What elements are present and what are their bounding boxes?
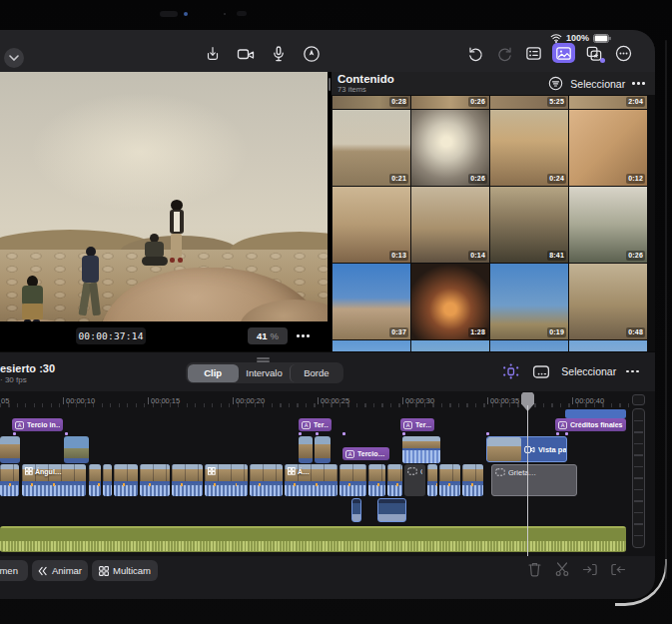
clip-thumbnail-strip	[427, 464, 437, 481]
media-thumbnail[interactable]: 0:12	[569, 110, 647, 186]
title-clip[interactable]: ACréditos finales	[555, 418, 626, 431]
clip-connections-button[interactable]	[500, 362, 521, 380]
title-clip[interactable]: ATercio in…	[12, 418, 63, 431]
storyline-placeholder-clip[interactable]: G…	[404, 464, 425, 496]
timeline-select-button[interactable]: Seleccionar	[561, 365, 616, 377]
browser-more-button[interactable]	[632, 82, 645, 85]
media-thumbnail[interactable]: 0:26	[411, 96, 489, 109]
person-standing	[166, 200, 188, 270]
storyline-clip[interactable]	[103, 464, 112, 496]
storyline-clip-selected[interactable]: Grieta…	[491, 464, 577, 496]
connected-clip[interactable]	[0, 436, 20, 463]
title-clip[interactable]: ATercio…	[342, 447, 389, 460]
timeline-overview-button[interactable]	[531, 363, 551, 380]
browser-select-button[interactable]: Seleccionar	[570, 78, 625, 90]
delete-button[interactable]	[527, 561, 542, 577]
clip-thumbnail-strip	[439, 464, 460, 481]
media-thumbnail[interactable]: 0:21	[333, 110, 410, 186]
multicam-button[interactable]: Multicam	[92, 560, 158, 581]
project-title: esierto :30	[0, 362, 55, 375]
tab-clip[interactable]: Clip	[188, 364, 239, 382]
media-thumbnail[interactable]: 1:28	[411, 264, 489, 339]
track-height-button[interactable]	[632, 394, 645, 405]
storyline-clip[interactable]	[172, 464, 203, 496]
media-thumbnail[interactable]: 0:13	[333, 187, 410, 263]
record-video-button[interactable]	[236, 44, 256, 64]
storyline-clip[interactable]: Á…	[285, 464, 337, 496]
storyline-clip[interactable]	[205, 464, 248, 496]
viewer-more-button[interactable]	[297, 327, 310, 344]
timeline-scrollbar[interactable]	[632, 408, 645, 548]
import-button[interactable]	[203, 44, 223, 64]
blade-button[interactable]	[554, 561, 570, 577]
playhead[interactable]	[521, 391, 534, 556]
media-thumbnail[interactable]: 0:48	[569, 264, 647, 339]
keyframe-dots	[109, 483, 112, 486]
storyline-clip[interactable]	[339, 464, 366, 496]
media-grid-row: 0:280:265:252:04	[333, 96, 650, 109]
media-thumbnail[interactable]: 0:14	[411, 187, 489, 263]
redo-button[interactable]	[494, 43, 514, 63]
inspector-button[interactable]	[523, 43, 543, 63]
media-thumbnail[interactable]: 0:37	[333, 264, 410, 339]
storyline-clip[interactable]	[387, 464, 402, 496]
title-clip[interactable]: ATer…	[400, 418, 434, 431]
storyline-clip[interactable]	[114, 464, 138, 496]
title-clip[interactable]: ATer…	[299, 418, 332, 431]
connection-marker	[486, 432, 489, 435]
connected-clip[interactable]	[299, 436, 313, 463]
storyline-clip[interactable]	[427, 464, 437, 496]
clip-waveform	[439, 483, 460, 496]
more-button[interactable]	[613, 43, 633, 63]
storyline-clip[interactable]: Ángul…	[22, 464, 86, 496]
storyline-clip[interactable]	[368, 464, 385, 496]
storyline-clip[interactable]	[89, 464, 101, 496]
filter-button[interactable]	[548, 76, 563, 91]
viewer-image[interactable]	[0, 72, 328, 321]
connected-clip[interactable]	[402, 436, 440, 463]
timeline[interactable]: 0500:00:1000:00:1500:00:2000:00:2500:00:…	[0, 391, 655, 556]
clip-waveform	[462, 483, 483, 496]
media-grid: 0:280:265:252:040:210:260:240:120:130:14…	[333, 96, 650, 353]
connected-clip-below[interactable]	[377, 498, 406, 522]
ruler-label: 05	[0, 397, 9, 405]
storyline-clip[interactable]	[462, 464, 483, 496]
storyline-clip[interactable]	[140, 464, 170, 496]
storyline-clip[interactable]	[0, 464, 19, 496]
timeline-ruler[interactable]: 0500:00:1000:00:1500:00:2000:00:2500:00:…	[0, 391, 629, 407]
media-thumbnail[interactable]: 0:26	[569, 187, 647, 263]
multicam-icon	[288, 467, 296, 475]
media-thumbnail[interactable]: 8:41	[490, 187, 568, 263]
undo-button[interactable]	[465, 43, 485, 63]
media-thumbnail[interactable]: 0:28	[333, 96, 410, 109]
volume-button[interactable]: lumen	[0, 560, 28, 581]
tab-intervalo[interactable]: Intervalo	[239, 364, 290, 382]
timeline-more-button[interactable]	[626, 370, 639, 373]
media-browser-button[interactable]	[552, 43, 575, 63]
media-thumbnail[interactable]: 0:19	[490, 264, 568, 339]
insert-left-button[interactable]	[582, 561, 598, 577]
connected-clip[interactable]	[315, 436, 331, 463]
storyline-clip[interactable]	[439, 464, 460, 496]
zoom-level-badge[interactable]: 41 %	[248, 327, 288, 344]
live-drawing-button[interactable]	[302, 44, 322, 64]
connected-clip-below[interactable]	[351, 498, 361, 522]
media-thumbnail[interactable]: 0:24	[490, 110, 568, 186]
clip-thumbnail-strip	[462, 464, 483, 481]
connected-clip-bar[interactable]	[565, 409, 626, 418]
overview-icon	[531, 363, 551, 380]
clip-waveform	[205, 483, 248, 496]
media-thumbnail[interactable]: 0:26	[411, 110, 489, 186]
media-thumbnail[interactable]: 5:25	[490, 96, 568, 109]
effects-button[interactable]	[584, 43, 604, 63]
storyline-clip[interactable]	[250, 464, 283, 496]
media-thumbnail[interactable]: 2:04	[569, 96, 647, 109]
tab-borde[interactable]: Borde	[290, 364, 341, 382]
animate-button[interactable]: Animar	[32, 560, 88, 581]
connected-clip[interactable]	[64, 436, 89, 463]
close-project-button[interactable]	[4, 48, 24, 68]
timecode-display[interactable]: 00:00:37:14	[76, 327, 146, 344]
record-audio-button[interactable]	[269, 44, 289, 64]
viewer-panel: 00:00:37:14 41 %	[0, 72, 328, 351]
inspector-icon	[524, 44, 543, 63]
